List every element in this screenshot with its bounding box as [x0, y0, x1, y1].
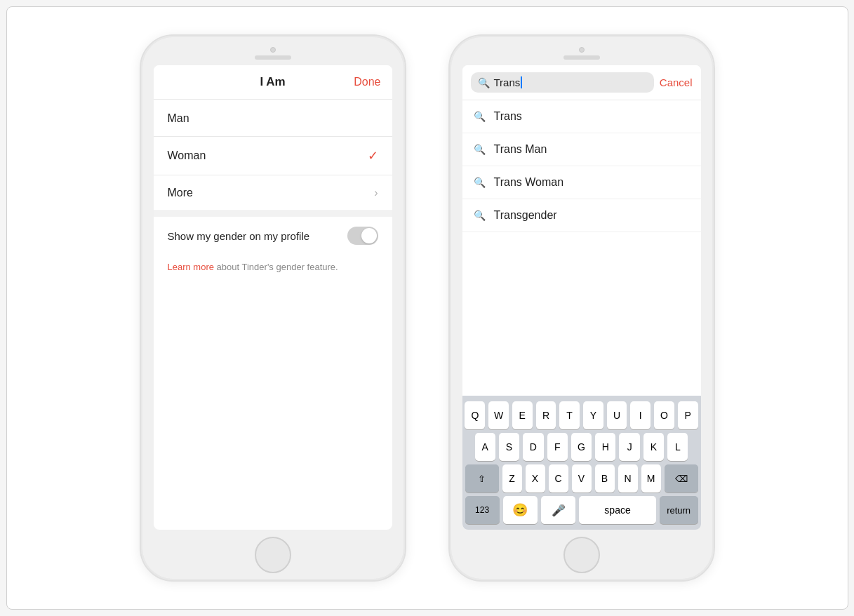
- separator-1: [154, 211, 392, 217]
- key-i[interactable]: I: [630, 401, 650, 429]
- key-a[interactable]: A: [475, 433, 495, 461]
- key-c[interactable]: C: [549, 464, 568, 493]
- search-input[interactable]: Trans: [494, 76, 523, 88]
- phone-2: 🔍 Trans Cancel 🔍 Trans 🔍 Trans Man: [448, 34, 715, 582]
- phone-1: I Am Done Man Woman ✓ More ›: [140, 34, 406, 582]
- speaker-1: [255, 55, 291, 60]
- camera-dot-2: [579, 47, 585, 53]
- key-d[interactable]: D: [523, 433, 543, 461]
- show-gender-label: Show my gender on my profile: [168, 230, 310, 242]
- key-w[interactable]: W: [488, 401, 509, 429]
- result-label-2: Trans Man: [494, 143, 547, 156]
- key-p[interactable]: P: [678, 401, 698, 429]
- result-trans-woman[interactable]: 🔍 Trans Woman: [462, 166, 701, 199]
- result-label-3: Trans Woman: [494, 176, 564, 189]
- done-button[interactable]: Done: [354, 76, 380, 88]
- phone-top-bar-2: [563, 47, 600, 60]
- key-f[interactable]: F: [547, 433, 568, 461]
- result-search-icon-1: 🔍: [474, 111, 486, 122]
- chevron-right-icon: ›: [374, 187, 378, 199]
- learn-more-link[interactable]: Learn more: [168, 262, 214, 272]
- search-icon: 🔍: [478, 77, 490, 88]
- camera-dot-1: [270, 47, 276, 53]
- kb-row-1: Q W E R T Y U I O P: [465, 401, 698, 429]
- key-v[interactable]: V: [572, 464, 592, 493]
- return-key[interactable]: return: [660, 496, 698, 524]
- cursor: [521, 76, 522, 88]
- screen-2: 🔍 Trans Cancel 🔍 Trans 🔍 Trans Man: [462, 65, 701, 530]
- key-q[interactable]: Q: [465, 401, 485, 429]
- toggle-knob: [361, 228, 377, 243]
- phone-bottom-2: [563, 530, 600, 580]
- kb-row-3: ⇧ Z X C V B N M ⌫: [465, 464, 698, 493]
- show-gender-row[interactable]: Show my gender on my profile: [154, 217, 392, 255]
- search-input-wrap[interactable]: 🔍 Trans: [471, 72, 654, 93]
- learn-more-suffix: about Tinder's gender feature.: [217, 262, 338, 272]
- emoji-key[interactable]: 😊: [503, 496, 538, 524]
- page-container: I Am Done Man Woman ✓ More ›: [6, 6, 848, 610]
- result-search-icon-2: 🔍: [474, 144, 486, 155]
- result-search-icon-4: 🔍: [474, 210, 486, 221]
- more-label: More: [168, 187, 193, 199]
- key-123[interactable]: 123: [465, 496, 500, 524]
- kb-row-2: A S D F G H J K L: [465, 433, 698, 461]
- man-label: Man: [168, 112, 189, 125]
- shift-key[interactable]: ⇧: [465, 464, 499, 493]
- key-m[interactable]: M: [641, 464, 661, 493]
- woman-label: Woman: [168, 149, 206, 162]
- gender-list: Man Woman ✓ More ›: [154, 101, 392, 211]
- key-r[interactable]: R: [536, 401, 556, 429]
- key-k[interactable]: K: [643, 433, 664, 461]
- result-transgender[interactable]: 🔍 Transgender: [462, 199, 701, 232]
- key-t[interactable]: T: [559, 401, 580, 429]
- result-search-icon-3: 🔍: [474, 177, 486, 188]
- key-n[interactable]: N: [618, 464, 638, 493]
- result-trans-man[interactable]: 🔍 Trans Man: [462, 133, 701, 166]
- list-item-more[interactable]: More ›: [154, 175, 392, 211]
- phone-top-bar-1: [255, 47, 291, 60]
- screen1-header: I Am Done: [154, 65, 392, 100]
- result-label-1: Trans: [494, 110, 522, 123]
- home-button-1[interactable]: [255, 537, 291, 573]
- mic-key[interactable]: 🎤: [541, 496, 575, 524]
- phone-bottom-1: [255, 530, 291, 580]
- search-bar-row: 🔍 Trans Cancel: [462, 65, 701, 100]
- home-button-2[interactable]: [563, 537, 600, 573]
- key-y[interactable]: Y: [583, 401, 603, 429]
- key-o[interactable]: O: [654, 401, 674, 429]
- key-x[interactable]: X: [526, 464, 545, 493]
- learn-more-text: Learn more about Tinder's gender feature…: [154, 255, 392, 286]
- keyboard: Q W E R T Y U I O P A S D F G: [462, 396, 701, 530]
- result-label-4: Transgender: [494, 209, 557, 222]
- key-b[interactable]: B: [595, 464, 615, 493]
- kb-row-4: 123 😊 🎤 space return: [465, 496, 698, 524]
- list-item-woman[interactable]: Woman ✓: [154, 137, 392, 175]
- key-e[interactable]: E: [512, 401, 533, 429]
- cancel-button[interactable]: Cancel: [660, 76, 693, 88]
- list-item-man[interactable]: Man: [154, 101, 392, 137]
- speaker-2: [563, 55, 600, 60]
- key-z[interactable]: Z: [502, 464, 522, 493]
- key-s[interactable]: S: [499, 433, 519, 461]
- search-results: 🔍 Trans 🔍 Trans Man 🔍 Trans Woman 🔍 Tran…: [462, 100, 701, 232]
- key-g[interactable]: G: [571, 433, 592, 461]
- delete-key[interactable]: ⌫: [665, 464, 698, 493]
- screen1-title: I Am: [260, 75, 285, 89]
- key-l[interactable]: L: [667, 433, 688, 461]
- key-j[interactable]: J: [619, 433, 639, 461]
- gender-toggle[interactable]: [347, 227, 378, 245]
- key-u[interactable]: U: [607, 401, 627, 429]
- screen-1: I Am Done Man Woman ✓ More ›: [154, 65, 392, 530]
- search-text: Trans: [494, 76, 521, 88]
- result-trans[interactable]: 🔍 Trans: [462, 100, 701, 133]
- key-h[interactable]: H: [595, 433, 615, 461]
- checkmark-icon: ✓: [368, 148, 378, 163]
- space-key[interactable]: space: [579, 496, 655, 524]
